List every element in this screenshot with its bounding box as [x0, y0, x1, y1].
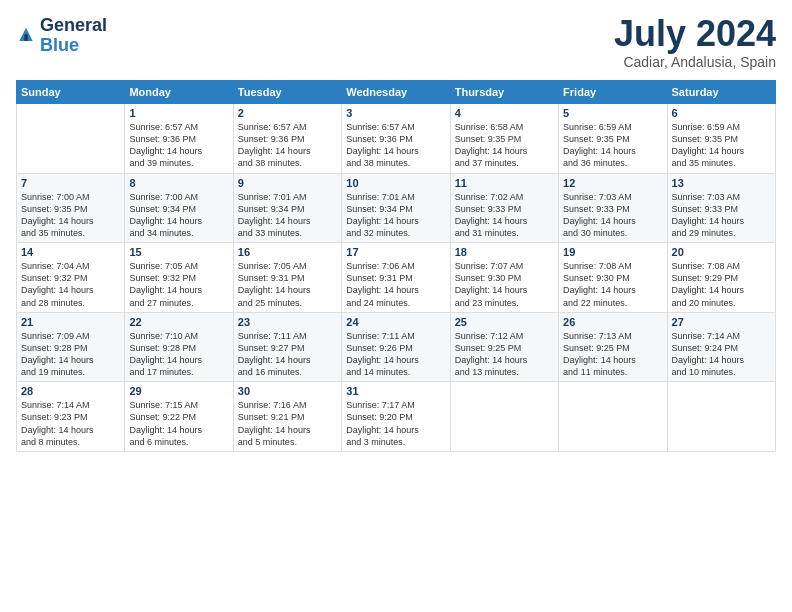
- calendar-cell: 19Sunrise: 7:08 AMSunset: 9:30 PMDayligh…: [559, 243, 667, 313]
- calendar-cell: 23Sunrise: 7:11 AMSunset: 9:27 PMDayligh…: [233, 312, 341, 382]
- day-number: 7: [21, 177, 120, 189]
- day-number: 21: [21, 316, 120, 328]
- day-number: 27: [672, 316, 771, 328]
- logo-line1: General: [40, 16, 107, 36]
- day-number: 28: [21, 385, 120, 397]
- day-info: Sunrise: 7:05 AMSunset: 9:31 PMDaylight:…: [238, 260, 337, 309]
- calendar-week-row: 28Sunrise: 7:14 AMSunset: 9:23 PMDayligh…: [17, 382, 776, 452]
- day-info: Sunrise: 7:13 AMSunset: 9:25 PMDaylight:…: [563, 330, 662, 379]
- day-info: Sunrise: 7:05 AMSunset: 9:32 PMDaylight:…: [129, 260, 228, 309]
- day-number: 31: [346, 385, 445, 397]
- day-number: 25: [455, 316, 554, 328]
- title-area: July 2024 Cadiar, Andalusia, Spain: [614, 16, 776, 70]
- page-container: General Blue July 2024 Cadiar, Andalusia…: [0, 0, 792, 460]
- day-info: Sunrise: 7:10 AMSunset: 9:28 PMDaylight:…: [129, 330, 228, 379]
- weekday-header: Monday: [125, 81, 233, 104]
- day-info: Sunrise: 7:14 AMSunset: 9:24 PMDaylight:…: [672, 330, 771, 379]
- calendar-cell: 13Sunrise: 7:03 AMSunset: 9:33 PMDayligh…: [667, 173, 775, 243]
- day-info: Sunrise: 7:00 AMSunset: 9:34 PMDaylight:…: [129, 191, 228, 240]
- calendar-cell: 14Sunrise: 7:04 AMSunset: 9:32 PMDayligh…: [17, 243, 125, 313]
- calendar-cell: 2Sunrise: 6:57 AMSunset: 9:36 PMDaylight…: [233, 104, 341, 174]
- day-info: Sunrise: 7:03 AMSunset: 9:33 PMDaylight:…: [672, 191, 771, 240]
- calendar-cell: 1Sunrise: 6:57 AMSunset: 9:36 PMDaylight…: [125, 104, 233, 174]
- day-info: Sunrise: 7:16 AMSunset: 9:21 PMDaylight:…: [238, 399, 337, 448]
- day-info: Sunrise: 6:59 AMSunset: 9:35 PMDaylight:…: [563, 121, 662, 170]
- day-info: Sunrise: 7:09 AMSunset: 9:28 PMDaylight:…: [21, 330, 120, 379]
- calendar-cell: 31Sunrise: 7:17 AMSunset: 9:20 PMDayligh…: [342, 382, 450, 452]
- svg-rect-1: [24, 34, 27, 41]
- day-number: 13: [672, 177, 771, 189]
- day-info: Sunrise: 7:17 AMSunset: 9:20 PMDaylight:…: [346, 399, 445, 448]
- calendar-cell: [17, 104, 125, 174]
- calendar-cell: 22Sunrise: 7:10 AMSunset: 9:28 PMDayligh…: [125, 312, 233, 382]
- day-info: Sunrise: 7:07 AMSunset: 9:30 PMDaylight:…: [455, 260, 554, 309]
- day-info: Sunrise: 7:00 AMSunset: 9:35 PMDaylight:…: [21, 191, 120, 240]
- day-info: Sunrise: 7:14 AMSunset: 9:23 PMDaylight:…: [21, 399, 120, 448]
- weekday-header-row: SundayMondayTuesdayWednesdayThursdayFrid…: [17, 81, 776, 104]
- day-info: Sunrise: 7:01 AMSunset: 9:34 PMDaylight:…: [238, 191, 337, 240]
- day-number: 22: [129, 316, 228, 328]
- calendar-week-row: 21Sunrise: 7:09 AMSunset: 9:28 PMDayligh…: [17, 312, 776, 382]
- day-number: 2: [238, 107, 337, 119]
- day-number: 10: [346, 177, 445, 189]
- day-info: Sunrise: 6:57 AMSunset: 9:36 PMDaylight:…: [129, 121, 228, 170]
- calendar-cell: 4Sunrise: 6:58 AMSunset: 9:35 PMDaylight…: [450, 104, 558, 174]
- day-info: Sunrise: 7:03 AMSunset: 9:33 PMDaylight:…: [563, 191, 662, 240]
- day-info: Sunrise: 6:59 AMSunset: 9:35 PMDaylight:…: [672, 121, 771, 170]
- day-number: 11: [455, 177, 554, 189]
- calendar-cell: [559, 382, 667, 452]
- month-title: July 2024: [614, 16, 776, 52]
- calendar-cell: 9Sunrise: 7:01 AMSunset: 9:34 PMDaylight…: [233, 173, 341, 243]
- calendar-cell: 29Sunrise: 7:15 AMSunset: 9:22 PMDayligh…: [125, 382, 233, 452]
- day-info: Sunrise: 7:08 AMSunset: 9:30 PMDaylight:…: [563, 260, 662, 309]
- day-number: 19: [563, 246, 662, 258]
- day-number: 5: [563, 107, 662, 119]
- header: General Blue July 2024 Cadiar, Andalusia…: [16, 16, 776, 70]
- day-number: 8: [129, 177, 228, 189]
- day-number: 3: [346, 107, 445, 119]
- day-number: 26: [563, 316, 662, 328]
- day-number: 1: [129, 107, 228, 119]
- calendar-cell: [667, 382, 775, 452]
- calendar-week-row: 1Sunrise: 6:57 AMSunset: 9:36 PMDaylight…: [17, 104, 776, 174]
- weekday-header: Tuesday: [233, 81, 341, 104]
- calendar-cell: 16Sunrise: 7:05 AMSunset: 9:31 PMDayligh…: [233, 243, 341, 313]
- calendar-table: SundayMondayTuesdayWednesdayThursdayFrid…: [16, 80, 776, 452]
- calendar-cell: 20Sunrise: 7:08 AMSunset: 9:29 PMDayligh…: [667, 243, 775, 313]
- day-number: 4: [455, 107, 554, 119]
- calendar-cell: 25Sunrise: 7:12 AMSunset: 9:25 PMDayligh…: [450, 312, 558, 382]
- day-info: Sunrise: 7:15 AMSunset: 9:22 PMDaylight:…: [129, 399, 228, 448]
- day-number: 24: [346, 316, 445, 328]
- logo: General Blue: [16, 16, 107, 56]
- calendar-cell: 11Sunrise: 7:02 AMSunset: 9:33 PMDayligh…: [450, 173, 558, 243]
- day-info: Sunrise: 7:06 AMSunset: 9:31 PMDaylight:…: [346, 260, 445, 309]
- calendar-cell: 26Sunrise: 7:13 AMSunset: 9:25 PMDayligh…: [559, 312, 667, 382]
- calendar-week-row: 14Sunrise: 7:04 AMSunset: 9:32 PMDayligh…: [17, 243, 776, 313]
- logo-icon: [16, 26, 36, 46]
- weekday-header: Saturday: [667, 81, 775, 104]
- calendar-cell: 10Sunrise: 7:01 AMSunset: 9:34 PMDayligh…: [342, 173, 450, 243]
- day-number: 15: [129, 246, 228, 258]
- calendar-week-row: 7Sunrise: 7:00 AMSunset: 9:35 PMDaylight…: [17, 173, 776, 243]
- calendar-cell: 30Sunrise: 7:16 AMSunset: 9:21 PMDayligh…: [233, 382, 341, 452]
- day-number: 16: [238, 246, 337, 258]
- day-info: Sunrise: 7:01 AMSunset: 9:34 PMDaylight:…: [346, 191, 445, 240]
- day-info: Sunrise: 7:11 AMSunset: 9:26 PMDaylight:…: [346, 330, 445, 379]
- logo-text: General Blue: [40, 16, 107, 56]
- calendar-cell: 27Sunrise: 7:14 AMSunset: 9:24 PMDayligh…: [667, 312, 775, 382]
- calendar-cell: 28Sunrise: 7:14 AMSunset: 9:23 PMDayligh…: [17, 382, 125, 452]
- day-info: Sunrise: 7:12 AMSunset: 9:25 PMDaylight:…: [455, 330, 554, 379]
- calendar-cell: 6Sunrise: 6:59 AMSunset: 9:35 PMDaylight…: [667, 104, 775, 174]
- calendar-cell: 18Sunrise: 7:07 AMSunset: 9:30 PMDayligh…: [450, 243, 558, 313]
- day-number: 20: [672, 246, 771, 258]
- day-number: 29: [129, 385, 228, 397]
- location: Cadiar, Andalusia, Spain: [614, 54, 776, 70]
- day-info: Sunrise: 7:02 AMSunset: 9:33 PMDaylight:…: [455, 191, 554, 240]
- calendar-cell: 8Sunrise: 7:00 AMSunset: 9:34 PMDaylight…: [125, 173, 233, 243]
- day-number: 12: [563, 177, 662, 189]
- calendar-cell: [450, 382, 558, 452]
- calendar-cell: 21Sunrise: 7:09 AMSunset: 9:28 PMDayligh…: [17, 312, 125, 382]
- calendar-cell: 3Sunrise: 6:57 AMSunset: 9:36 PMDaylight…: [342, 104, 450, 174]
- weekday-header: Friday: [559, 81, 667, 104]
- day-number: 9: [238, 177, 337, 189]
